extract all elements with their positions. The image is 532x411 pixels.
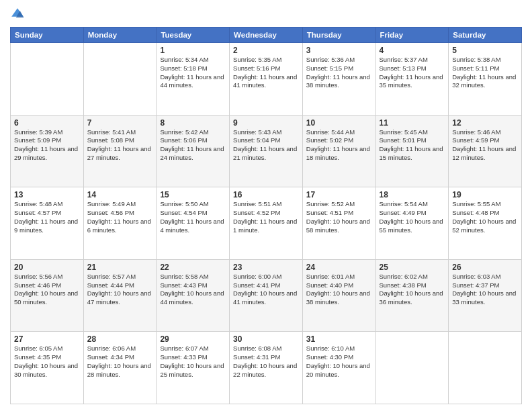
calendar-cell: 7Sunrise: 5:41 AM Sunset: 5:08 PM Daylig… — [83, 115, 157, 187]
calendar-day-header: Thursday — [302, 28, 375, 43]
day-number: 22 — [160, 263, 226, 272]
calendar-cell: 17Sunrise: 5:52 AM Sunset: 4:51 PM Dayli… — [302, 187, 375, 260]
day-info: Sunrise: 5:43 AM Sunset: 5:04 PM Dayligh… — [233, 128, 299, 163]
day-info: Sunrise: 5:48 AM Sunset: 4:57 PM Dayligh… — [14, 200, 80, 234]
day-number: 27 — [14, 334, 80, 344]
logo — [10, 7, 28, 21]
day-info: Sunrise: 5:37 AM Sunset: 5:13 PM Dayligh… — [380, 56, 445, 90]
day-number: 12 — [452, 118, 518, 128]
day-info: Sunrise: 5:50 AM Sunset: 4:54 PM Dayligh… — [160, 200, 226, 234]
calendar-cell: 30Sunrise: 6:08 AM Sunset: 4:31 PM Dayli… — [230, 332, 303, 404]
day-number: 1 — [160, 46, 226, 55]
calendar-cell: 5Sunrise: 5:38 AM Sunset: 5:11 PM Daylig… — [449, 43, 522, 116]
day-info: Sunrise: 5:45 AM Sunset: 5:01 PM Dayligh… — [380, 128, 445, 163]
day-number: 24 — [306, 263, 372, 272]
calendar-cell: 12Sunrise: 5:46 AM Sunset: 4:59 PM Dayli… — [449, 115, 522, 187]
calendar-cell: 20Sunrise: 5:56 AM Sunset: 4:46 PM Dayli… — [11, 259, 84, 332]
day-info: Sunrise: 5:38 AM Sunset: 5:11 PM Dayligh… — [452, 56, 518, 90]
day-number: 20 — [14, 263, 80, 272]
day-info: Sunrise: 5:51 AM Sunset: 4:52 PM Dayligh… — [233, 200, 299, 234]
calendar-cell: 1Sunrise: 5:34 AM Sunset: 5:18 PM Daylig… — [157, 43, 230, 116]
day-number: 19 — [452, 190, 518, 199]
day-info: Sunrise: 5:34 AM Sunset: 5:18 PM Dayligh… — [160, 56, 226, 90]
day-number: 14 — [87, 190, 153, 199]
day-number: 17 — [306, 190, 372, 199]
day-number: 18 — [380, 190, 445, 199]
day-info: Sunrise: 5:52 AM Sunset: 4:51 PM Dayligh… — [306, 200, 372, 234]
day-number: 5 — [452, 46, 518, 55]
day-number: 3 — [306, 46, 372, 55]
calendar-cell: 24Sunrise: 6:01 AM Sunset: 4:40 PM Dayli… — [302, 259, 375, 332]
calendar-cell — [375, 332, 449, 404]
calendar-cell: 4Sunrise: 5:37 AM Sunset: 5:13 PM Daylig… — [375, 43, 449, 116]
calendar-cell: 8Sunrise: 5:42 AM Sunset: 5:06 PM Daylig… — [157, 115, 230, 187]
day-info: Sunrise: 5:41 AM Sunset: 5:08 PM Dayligh… — [87, 128, 153, 163]
day-number: 28 — [87, 334, 153, 344]
day-info: Sunrise: 5:44 AM Sunset: 5:02 PM Dayligh… — [306, 128, 372, 163]
calendar-week-row: 1Sunrise: 5:34 AM Sunset: 5:18 PM Daylig… — [11, 43, 522, 116]
calendar-day-header: Sunday — [11, 28, 84, 43]
day-number: 15 — [160, 190, 226, 199]
day-info: Sunrise: 6:01 AM Sunset: 4:40 PM Dayligh… — [306, 273, 372, 307]
day-info: Sunrise: 5:46 AM Sunset: 4:59 PM Dayligh… — [452, 128, 518, 163]
calendar: SundayMondayTuesdayWednesdayThursdayFrid… — [10, 27, 522, 404]
day-number: 25 — [380, 263, 445, 272]
calendar-cell: 22Sunrise: 5:58 AM Sunset: 4:43 PM Dayli… — [157, 259, 230, 332]
day-number: 4 — [380, 46, 445, 55]
day-number: 7 — [87, 118, 153, 128]
calendar-cell: 15Sunrise: 5:50 AM Sunset: 4:54 PM Dayli… — [157, 187, 230, 260]
calendar-cell: 13Sunrise: 5:48 AM Sunset: 4:57 PM Dayli… — [11, 187, 84, 260]
day-number: 10 — [306, 118, 372, 128]
day-info: Sunrise: 5:54 AM Sunset: 4:49 PM Dayligh… — [380, 200, 445, 234]
calendar-week-row: 13Sunrise: 5:48 AM Sunset: 4:57 PM Dayli… — [11, 187, 522, 260]
day-info: Sunrise: 6:06 AM Sunset: 4:34 PM Dayligh… — [87, 345, 153, 379]
calendar-week-row: 6Sunrise: 5:39 AM Sunset: 5:09 PM Daylig… — [11, 115, 522, 187]
logo-icon — [10, 7, 25, 21]
day-info: Sunrise: 6:02 AM Sunset: 4:38 PM Dayligh… — [380, 273, 445, 307]
day-number: 21 — [87, 263, 153, 272]
day-info: Sunrise: 5:36 AM Sunset: 5:15 PM Dayligh… — [306, 56, 372, 90]
day-number: 9 — [233, 118, 299, 128]
day-number: 23 — [233, 263, 299, 272]
day-number: 11 — [380, 118, 445, 128]
day-info: Sunrise: 6:10 AM Sunset: 4:30 PM Dayligh… — [306, 345, 372, 379]
day-info: Sunrise: 6:03 AM Sunset: 4:37 PM Dayligh… — [452, 273, 518, 307]
day-number: 16 — [233, 190, 299, 199]
day-info: Sunrise: 6:05 AM Sunset: 4:35 PM Dayligh… — [14, 345, 80, 379]
calendar-cell: 31Sunrise: 6:10 AM Sunset: 4:30 PM Dayli… — [302, 332, 375, 404]
day-info: Sunrise: 5:56 AM Sunset: 4:46 PM Dayligh… — [14, 273, 80, 307]
calendar-cell — [11, 43, 84, 116]
day-number: 8 — [160, 118, 226, 128]
calendar-cell: 25Sunrise: 6:02 AM Sunset: 4:38 PM Dayli… — [375, 259, 449, 332]
calendar-cell: 16Sunrise: 5:51 AM Sunset: 4:52 PM Dayli… — [230, 187, 303, 260]
calendar-day-header: Tuesday — [157, 28, 230, 43]
calendar-cell: 19Sunrise: 5:55 AM Sunset: 4:48 PM Dayli… — [449, 187, 522, 260]
day-info: Sunrise: 5:58 AM Sunset: 4:43 PM Dayligh… — [160, 273, 226, 307]
calendar-day-header: Wednesday — [230, 28, 303, 43]
calendar-week-row: 20Sunrise: 5:56 AM Sunset: 4:46 PM Dayli… — [11, 259, 522, 332]
calendar-cell: 28Sunrise: 6:06 AM Sunset: 4:34 PM Dayli… — [83, 332, 157, 404]
calendar-day-header: Saturday — [449, 28, 522, 43]
day-number: 30 — [233, 334, 299, 344]
calendar-day-header: Friday — [375, 28, 449, 43]
calendar-cell: 2Sunrise: 5:35 AM Sunset: 5:16 PM Daylig… — [230, 43, 303, 116]
calendar-week-row: 27Sunrise: 6:05 AM Sunset: 4:35 PM Dayli… — [11, 332, 522, 404]
day-number: 2 — [233, 46, 299, 55]
calendar-cell: 29Sunrise: 6:07 AM Sunset: 4:33 PM Dayli… — [157, 332, 230, 404]
calendar-cell: 26Sunrise: 6:03 AM Sunset: 4:37 PM Dayli… — [449, 259, 522, 332]
day-info: Sunrise: 5:57 AM Sunset: 4:44 PM Dayligh… — [87, 273, 153, 307]
calendar-day-header: Monday — [83, 28, 157, 43]
day-number: 29 — [160, 334, 226, 344]
calendar-cell — [449, 332, 522, 404]
day-number: 26 — [452, 263, 518, 272]
calendar-cell: 27Sunrise: 6:05 AM Sunset: 4:35 PM Dayli… — [11, 332, 84, 404]
day-info: Sunrise: 5:39 AM Sunset: 5:09 PM Dayligh… — [14, 128, 80, 163]
day-info: Sunrise: 5:55 AM Sunset: 4:48 PM Dayligh… — [452, 200, 518, 234]
calendar-cell: 9Sunrise: 5:43 AM Sunset: 5:04 PM Daylig… — [230, 115, 303, 187]
calendar-cell: 23Sunrise: 6:00 AM Sunset: 4:41 PM Dayli… — [230, 259, 303, 332]
day-number: 13 — [14, 190, 80, 199]
day-info: Sunrise: 5:49 AM Sunset: 4:56 PM Dayligh… — [87, 200, 153, 234]
calendar-cell: 3Sunrise: 5:36 AM Sunset: 5:15 PM Daylig… — [302, 43, 375, 116]
day-number: 6 — [14, 118, 80, 128]
day-info: Sunrise: 6:07 AM Sunset: 4:33 PM Dayligh… — [160, 345, 226, 379]
